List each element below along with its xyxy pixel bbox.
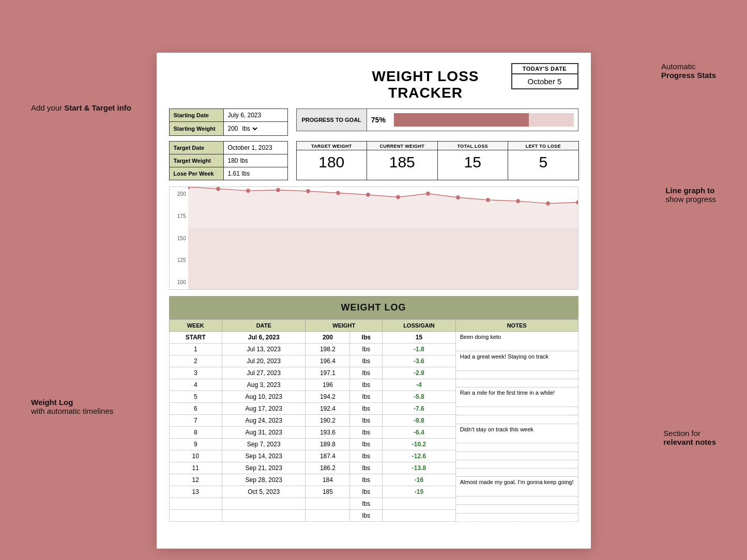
- cell-week[interactable]: 9: [169, 439, 222, 450]
- cell-week[interactable]: 6: [169, 403, 222, 415]
- cell-loss-gain[interactable]: -16: [383, 474, 456, 486]
- cell-loss-gain[interactable]: -1.8: [383, 344, 456, 355]
- note-cell[interactable]: [455, 496, 578, 505]
- note-cell[interactable]: Almost made my goal. I'm gonna keep goin…: [455, 477, 578, 496]
- cell-loss-gain[interactable]: -9.8: [383, 415, 456, 427]
- note-cell[interactable]: [455, 505, 578, 513]
- target-date-value[interactable]: October 1, 2023: [224, 142, 277, 154]
- note-cell[interactable]: Had a great week! Staying on track: [455, 351, 578, 370]
- cell-weight[interactable]: 193.6: [306, 427, 350, 439]
- cell-week[interactable]: 3: [169, 367, 222, 379]
- cell-weight[interactable]: 194.2: [306, 391, 350, 403]
- cell-weight[interactable]: 192.4: [306, 403, 350, 415]
- starting-date-value[interactable]: July 6, 2023: [224, 109, 276, 121]
- cell-week[interactable]: 1: [169, 344, 222, 355]
- cell-loss-gain[interactable]: -10.2: [383, 439, 456, 450]
- cell-week[interactable]: 12: [169, 474, 222, 486]
- weight-unit-select[interactable]: lbskg: [240, 125, 259, 133]
- stat-label-2: TOTAL LOSS: [438, 142, 508, 150]
- note-cell[interactable]: [455, 415, 578, 424]
- cell-week[interactable]: 7: [169, 415, 222, 427]
- cell-week[interactable]: 8: [169, 427, 222, 439]
- cell-date[interactable]: Aug 3, 2023: [222, 379, 305, 391]
- cell-week[interactable]: 11: [169, 462, 222, 474]
- cell-weight[interactable]: 196: [306, 379, 350, 391]
- cell-date[interactable]: Sep 21, 2023: [222, 462, 305, 474]
- note-cell[interactable]: [455, 513, 578, 521]
- cell-date[interactable]: [222, 498, 305, 510]
- cell-week[interactable]: [169, 510, 222, 522]
- cell-date[interactable]: Sep 28, 2023: [222, 474, 305, 486]
- cell-week[interactable]: 5: [169, 391, 222, 403]
- cell-unit: lbs: [350, 355, 383, 367]
- note-cell[interactable]: [455, 443, 578, 452]
- cell-loss-gain[interactable]: [383, 498, 456, 510]
- cell-date[interactable]: Sep 14, 2023: [222, 450, 305, 462]
- note-cell[interactable]: [455, 460, 578, 468]
- cell-date[interactable]: Aug 17, 2023: [222, 403, 305, 415]
- cell-weight[interactable]: [306, 510, 350, 522]
- cell-loss-gain[interactable]: -15: [383, 486, 456, 498]
- page-wrapper: Automatic Progress Stats Add your Start …: [21, 21, 726, 560]
- chart-dot: [246, 189, 250, 193]
- cell-weight[interactable]: 186.2: [306, 462, 350, 474]
- cell-date[interactable]: Sep 7, 2023: [222, 439, 305, 450]
- cell-date[interactable]: Aug 24, 2023: [222, 415, 305, 427]
- list-item: [455, 513, 578, 521]
- stat-value-2: 15: [438, 150, 508, 173]
- cell-date[interactable]: Aug 31, 2023: [222, 427, 305, 439]
- starting-weight-value[interactable]: 200 lbskg: [224, 122, 276, 135]
- cell-date[interactable]: Aug 10, 2023: [222, 391, 305, 403]
- cell-date[interactable]: Jul 20, 2023: [222, 355, 305, 367]
- note-cell[interactable]: [455, 469, 578, 477]
- cell-weight[interactable]: 200: [306, 332, 350, 344]
- cell-date[interactable]: Oct 5, 2023: [222, 486, 305, 498]
- target-weight-value[interactable]: 180 lbs: [224, 154, 276, 167]
- note-cell[interactable]: [455, 379, 578, 387]
- cell-weight[interactable]: 187.4: [306, 450, 350, 462]
- cell-loss-gain[interactable]: -3.6: [383, 355, 456, 367]
- note-cell[interactable]: Didn't stay on track this week: [455, 424, 578, 443]
- cell-week[interactable]: 4: [169, 379, 222, 391]
- cell-week[interactable]: 2: [169, 355, 222, 367]
- cell-loss-gain[interactable]: -6.4: [383, 427, 456, 439]
- cell-loss-gain[interactable]: -5.8: [383, 391, 456, 403]
- cell-loss-gain[interactable]: [383, 510, 456, 522]
- list-item: Didn't stay on track this week: [455, 424, 578, 443]
- col-notes: NOTES: [455, 320, 578, 332]
- cell-weight[interactable]: [306, 498, 350, 510]
- cell-loss-gain[interactable]: -12.6: [383, 450, 456, 462]
- cell-loss-gain[interactable]: -4: [383, 379, 456, 391]
- cell-week[interactable]: 13: [169, 486, 222, 498]
- cell-weight[interactable]: 185: [306, 486, 350, 498]
- cell-weight[interactable]: 196.4: [306, 355, 350, 367]
- cell-date[interactable]: Jul 13, 2023: [222, 344, 305, 355]
- note-cell[interactable]: [455, 370, 578, 379]
- cell-date[interactable]: [222, 510, 305, 522]
- note-cell[interactable]: Been doing keto: [455, 332, 578, 351]
- cell-week[interactable]: [169, 498, 222, 510]
- cell-loss-gain[interactable]: 15: [383, 332, 456, 344]
- cell-weight[interactable]: 184: [306, 474, 350, 486]
- cell-loss-gain[interactable]: -13.8: [383, 462, 456, 474]
- note-cell[interactable]: [455, 407, 578, 415]
- cell-weight[interactable]: 189.8: [306, 439, 350, 450]
- note-cell[interactable]: [455, 452, 578, 460]
- table-row: 9 Sep 7, 2023 189.8 lbs -10.2: [169, 439, 455, 450]
- date-value[interactable]: October 5: [512, 74, 577, 88]
- cell-week[interactable]: 10: [169, 450, 222, 462]
- cell-date[interactable]: Jul 27, 2023: [222, 367, 305, 379]
- cell-week[interactable]: START: [169, 332, 222, 344]
- col-loss-gain: LOSS/GAIN: [383, 320, 456, 332]
- cell-loss-gain[interactable]: -7.6: [383, 403, 456, 415]
- cell-weight[interactable]: 198.2: [306, 344, 350, 355]
- chart-dot: [276, 188, 280, 192]
- lose-per-week-value[interactable]: 1.61 lbs: [224, 167, 276, 180]
- cell-weight[interactable]: 197.1: [306, 367, 350, 379]
- cell-loss-gain[interactable]: -2.9: [383, 367, 456, 379]
- note-cell[interactable]: Ran a mile for the first time in a while…: [455, 387, 578, 407]
- list-item: [455, 460, 578, 468]
- list-item: Been doing keto: [455, 332, 578, 351]
- cell-date[interactable]: Jul 6, 2023: [222, 332, 305, 344]
- cell-weight[interactable]: 190.2: [306, 415, 350, 427]
